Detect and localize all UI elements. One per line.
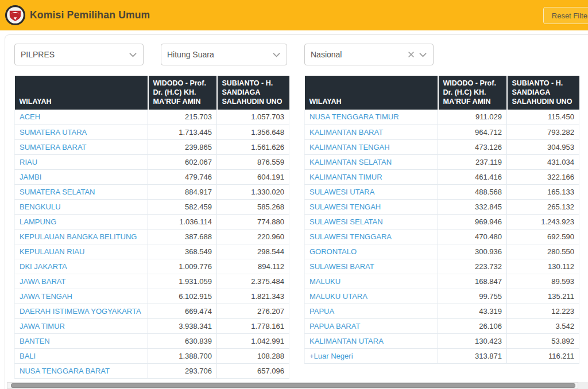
table-row: SUMATERA BARAT239.8651.561.626 — [15, 139, 289, 154]
region-link[interactable]: BANTEN — [20, 337, 50, 345]
region-link[interactable]: BALI — [20, 352, 36, 360]
region-cell: MALUKU — [305, 274, 438, 289]
region-select[interactable]: Nasional — [304, 44, 434, 65]
region-cell: NUSA TENGGARA TIMUR — [305, 110, 438, 125]
clear-icon[interactable] — [407, 50, 415, 59]
region-cell: RIAU — [15, 154, 148, 169]
region-link[interactable]: PAPUA — [310, 307, 334, 316]
votes-subianto: 108.288 — [217, 348, 289, 363]
region-link[interactable]: RIAU — [20, 158, 37, 166]
chevron-down-icon — [272, 50, 281, 59]
region-link[interactable]: ACEH — [20, 112, 40, 121]
table-row: NUSA TENGGARA TIMUR911.029115.450 — [305, 110, 579, 125]
votes-widodo: 99.755 — [438, 289, 507, 304]
region-link[interactable]: SULAWESI TENGAH — [310, 203, 381, 211]
votes-subianto: 3.542 — [507, 318, 579, 333]
region-link[interactable]: LAMPUNG — [20, 217, 56, 226]
table-row: RIAU602.067876.559 — [15, 154, 289, 169]
region-link[interactable]: KALIMANTAN TENGAH — [310, 143, 390, 151]
region-link[interactable]: PAPUA BARAT — [310, 322, 360, 330]
region-link[interactable]: GORONTALO — [310, 247, 357, 256]
region-link[interactable]: JAWA TENGAH — [20, 292, 72, 301]
votes-widodo: 293.706 — [148, 363, 217, 378]
region-cell: NUSA TENGGARA BARAT — [15, 363, 148, 378]
votes-subianto: 1.778.161 — [217, 318, 289, 333]
votes-widodo: 582.459 — [148, 199, 217, 214]
region-link[interactable]: SULAWESI SELATAN — [310, 217, 383, 226]
region-cell: SUMATERA UTARA — [15, 125, 148, 139]
votes-widodo: 1.036.114 — [148, 214, 217, 229]
votes-widodo: 43.319 — [438, 304, 507, 318]
region-link[interactable]: DKI JAKARTA — [20, 262, 67, 271]
region-link[interactable]: SUMATERA BARAT — [20, 143, 87, 151]
region-link[interactable]: KALIMANTAN UTARA — [310, 337, 384, 345]
table-row: DKI JAKARTA1.009.776894.112 — [15, 259, 289, 274]
votes-widodo: 387.688 — [148, 229, 217, 244]
column-header-wilayah: WILAYAH — [15, 76, 148, 110]
table-row: SULAWESI SELATAN969.9461.243.923 — [305, 214, 579, 229]
votes-widodo: 669.474 — [148, 304, 217, 318]
region-link[interactable]: SUMATERA UTARA — [20, 128, 87, 137]
region-cell: SUMATERA BARAT — [15, 139, 148, 154]
votes-widodo: 26.106 — [438, 318, 507, 333]
votes-subianto: 876.559 — [217, 154, 289, 169]
table-row: DAERAH ISTIMEWA YOGYAKARTA669.474276.207 — [15, 304, 289, 318]
column-header-widodo: WIDODO - Prof. Dr. (H.C) KH. MA'RUF AMIN — [148, 76, 217, 110]
table-row: KALIMANTAN UTARA130.42353.892 — [305, 333, 579, 348]
results-table-left: WILAYAH WIDODO - Prof. Dr. (H.C) KH. MA'… — [14, 76, 289, 379]
votes-widodo: 1.931.059 — [148, 274, 217, 289]
region-link[interactable]: DAERAH ISTIMEWA YOGYAKARTA — [20, 307, 141, 316]
region-cell: JAWA TENGAH — [15, 289, 148, 304]
election-type-select[interactable]: PILPRES — [14, 44, 144, 65]
region-link[interactable]: NUSA TENGGARA BARAT — [20, 367, 110, 375]
region-link[interactable]: SULAWESI TENGGARA — [310, 232, 392, 241]
region-link[interactable]: JAWA BARAT — [20, 277, 65, 286]
votes-subianto: 220.960 — [217, 229, 289, 244]
reset-filter-button[interactable]: Reset Filter — [543, 7, 588, 24]
election-type-value: PILPRES — [21, 50, 129, 59]
region-link[interactable]: KALIMANTAN BARAT — [310, 128, 383, 137]
votes-widodo: 368.549 — [148, 244, 217, 259]
votes-widodo: 479.746 — [148, 169, 217, 184]
votes-widodo: 3.938.341 — [148, 318, 217, 333]
column-header-subianto: SUBIANTO - H. SANDIAGA SALAHUDIN UNO — [217, 76, 289, 110]
horizontal-scrollbar-thumb[interactable] — [11, 383, 575, 388]
region-link[interactable]: KEPULAUAN BANGKA BELITUNG — [20, 232, 137, 241]
table-row: SULAWESI TENGAH332.845265.132 — [305, 199, 579, 214]
region-link[interactable]: +Luar Negeri — [310, 352, 353, 360]
votes-widodo: 473.126 — [438, 139, 507, 154]
votes-widodo: 911.029 — [438, 110, 507, 125]
votes-widodo: 239.865 — [148, 139, 217, 154]
votes-subianto: 774.880 — [217, 214, 289, 229]
column-header-wilayah: WILAYAH — [305, 76, 438, 110]
region-link[interactable]: SULAWESI BARAT — [310, 262, 374, 271]
votes-subianto: 276.207 — [217, 304, 289, 318]
votes-subianto: 1.243.923 — [507, 214, 579, 229]
region-link[interactable]: NUSA TENGGARA TIMUR — [310, 112, 399, 121]
region-link[interactable]: JAMBI — [20, 173, 41, 181]
region-link[interactable]: KALIMANTAN SELATAN — [310, 158, 392, 166]
region-link[interactable]: BENGKULU — [20, 203, 61, 211]
region-link[interactable]: KEPULAUAN RIAU — [20, 247, 84, 256]
region-link[interactable]: SULAWESI UTARA — [310, 188, 374, 196]
region-link[interactable]: SUMATERA SELATAN — [20, 188, 95, 196]
votes-subianto: 894.112 — [217, 259, 289, 274]
region-cell: SULAWESI SELATAN — [305, 214, 438, 229]
region-link[interactable]: MALUKU — [310, 277, 341, 286]
region-link[interactable]: MALUKU UTARA — [310, 292, 368, 301]
table-row: NUSA TENGGARA BARAT293.706657.096 — [15, 363, 289, 378]
page: Komisi Pemilihan Umum Reset Filter PILPR… — [0, 0, 588, 389]
table-row: SULAWESI BARAT223.732130.112 — [305, 259, 579, 274]
table-row: BALI1.388.700108.288 — [15, 348, 289, 363]
votes-widodo: 130.423 — [438, 333, 507, 348]
table-row: KEPULAUAN BANGKA BELITUNG387.688220.960 — [15, 229, 289, 244]
table-row: SUMATERA UTARA1.713.4451.356.648 — [15, 125, 289, 139]
stage-select[interactable]: Hitung Suara — [161, 44, 287, 65]
region-cell: DKI JAKARTA — [15, 259, 148, 274]
votes-widodo: 313.871 — [438, 348, 507, 363]
table-row: ACEH215.7031.057.703 — [15, 110, 289, 125]
votes-subianto: 1.057.703 — [217, 110, 289, 125]
region-link[interactable]: JAWA TIMUR — [20, 322, 65, 330]
votes-widodo: 488.568 — [438, 184, 507, 199]
region-link[interactable]: KALIMANTAN TIMUR — [310, 173, 382, 181]
